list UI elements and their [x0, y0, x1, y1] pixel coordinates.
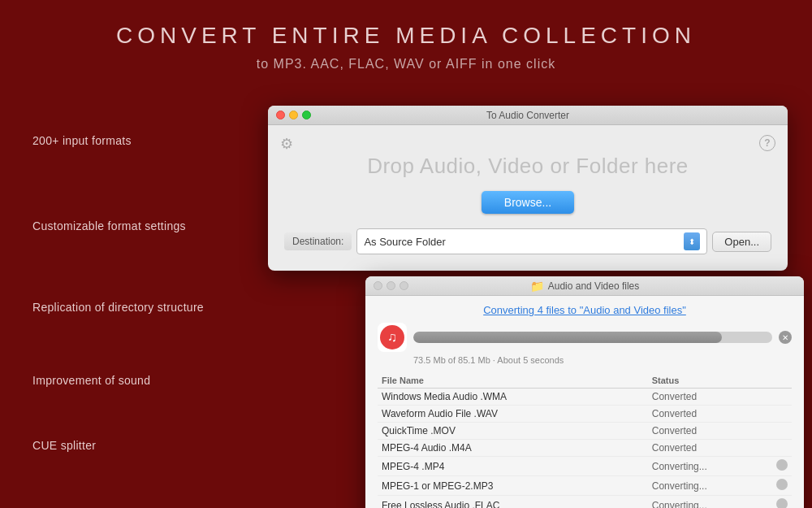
files-window: 📁 Audio and Video files Converting 4 fil…	[365, 276, 804, 508]
table-row: MPEG-1 or MPEG-2.MP3Converting...	[378, 476, 792, 496]
row-icon-cell	[772, 389, 792, 406]
maximize-button[interactable]	[302, 111, 311, 119]
file-status: Converting...	[648, 476, 772, 496]
row-icon-cell	[772, 476, 792, 496]
window1-title: To Audio Converter	[486, 110, 569, 121]
app-logo: ♫	[380, 325, 404, 350]
drop-zone-text: Drop Audio, Video or Folder here	[284, 154, 771, 179]
table-row: QuickTime .MOVConverted	[378, 423, 792, 440]
close-button[interactable]	[276, 111, 285, 119]
feature-format-settings: Customizable format settings	[32, 219, 186, 232]
feature-cue-splitter: CUE splitter	[32, 439, 96, 452]
destination-row: Destination: As Source Folder ⬍ Open...	[284, 228, 771, 254]
converter-window: To Audio Converter ⚙ ? Drop Audio, Video…	[268, 106, 788, 271]
open-button[interactable]: Open...	[712, 232, 771, 252]
destination-value: As Source Folder	[364, 236, 680, 248]
file-name: MPEG-1 or MPEG-2.MP3	[378, 476, 648, 496]
app-icon: ♫	[378, 323, 407, 352]
main-title: CONVERT ENTIRE MEDIA COLLECTION	[0, 0, 812, 49]
file-name: Windows Media Audio .WMA	[378, 389, 648, 406]
file-name: MPEG-4 Audio .M4A	[378, 440, 648, 457]
feature-sound-improvement: Improvement of sound	[32, 374, 150, 387]
destination-label: Destination:	[284, 232, 352, 250]
file-name: Waveform Audio File .WAV	[378, 406, 648, 423]
select-arrows-icon: ⬍	[684, 232, 700, 250]
help-icon[interactable]: ?	[759, 135, 775, 151]
file-status: Converted	[648, 440, 772, 457]
spinner-icon	[776, 479, 788, 490]
table-row: MPEG-4 .MP4Converting...	[378, 457, 792, 476]
window2-traffic-lights	[374, 281, 408, 290]
table-row: MPEG-4 Audio .M4AConverted	[378, 440, 792, 457]
file-name: Free Lossless Audio .FLAC	[378, 496, 648, 509]
close-inactive[interactable]	[374, 281, 382, 290]
window2-title: Audio and Video files	[548, 280, 640, 292]
file-status: Converted	[648, 423, 772, 440]
window2-title-area: 📁 Audio and Video files	[530, 280, 640, 293]
file-name: QuickTime .MOV	[378, 423, 648, 440]
converting-link[interactable]: Converting 4 files to "Audio and Video f…	[378, 304, 792, 316]
maximize-inactive[interactable]	[400, 281, 408, 290]
file-name: MPEG-4 .MP4	[378, 457, 648, 476]
file-status: Converted	[648, 389, 772, 406]
row-icon-cell	[772, 440, 792, 457]
feature-input-formats: 200+ input formats	[32, 134, 132, 147]
file-status: Converting...	[648, 457, 772, 476]
feature-directory-structure: Replication of directory structure	[32, 301, 204, 314]
col-filename: File Name	[378, 373, 648, 389]
row-icon-cell	[772, 406, 792, 423]
traffic-lights	[276, 111, 311, 119]
file-status: Converted	[648, 406, 772, 423]
folder-icon: 📁	[530, 280, 544, 293]
file-table: File Name Status Windows Media Audio .WM…	[378, 373, 792, 508]
browse-button[interactable]: Browse...	[482, 191, 574, 214]
minimize-button[interactable]	[289, 111, 298, 119]
minimize-inactive[interactable]	[387, 281, 395, 290]
window2-titlebar: 📁 Audio and Video files	[365, 276, 804, 296]
gear-icon[interactable]: ⚙	[280, 135, 293, 153]
col-status: Status	[648, 373, 772, 389]
window1-titlebar: To Audio Converter	[268, 106, 788, 125]
window1-content: ⚙ ? Drop Audio, Video or Folder here Bro…	[268, 125, 788, 271]
row-icon-cell	[772, 423, 792, 440]
window2-content: Converting 4 files to "Audio and Video f…	[365, 296, 804, 508]
table-row: Free Lossless Audio .FLACConverting...	[378, 496, 792, 509]
spinner-icon	[776, 459, 788, 471]
progress-bar-fill	[413, 332, 722, 343]
progress-bar	[413, 332, 772, 343]
destination-select[interactable]: As Source Folder ⬍	[356, 228, 707, 254]
progress-info: 73.5 Mb of 85.1 Mb · About 5 seconds	[413, 355, 792, 365]
table-row: Waveform Audio File .WAVConverted	[378, 406, 792, 423]
file-status: Converting...	[648, 496, 772, 509]
cancel-icon[interactable]: ✕	[779, 331, 792, 344]
progress-row: ♫ ✕	[378, 323, 792, 352]
table-row: Windows Media Audio .WMAConverted	[378, 389, 792, 406]
row-icon-cell	[772, 496, 792, 509]
subtitle: to MP3. AAC, FLAC, WAV or AIFF in one cl…	[0, 57, 812, 72]
row-icon-cell	[772, 457, 792, 476]
spinner-icon	[776, 498, 788, 508]
